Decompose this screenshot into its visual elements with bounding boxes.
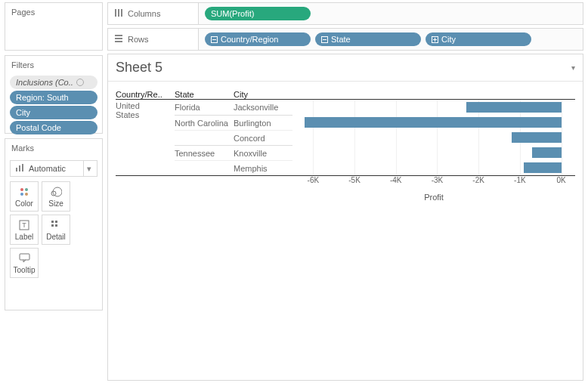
- pages-shelf[interactable]: Pages: [5, 2, 103, 51]
- bar[interactable]: [305, 117, 561, 128]
- svg-point-7: [53, 187, 62, 196]
- detail-icon: [51, 219, 61, 231]
- header-country[interactable]: Country/Re..: [116, 90, 175, 99]
- filter-pill-region[interactable]: Region: South: [10, 91, 97, 104]
- svg-rect-13: [51, 224, 54, 227]
- svg-text:T: T: [22, 221, 26, 229]
- bar-chart-icon: [15, 163, 24, 174]
- cell-label: Label: [15, 233, 33, 241]
- marks-tooltip-button[interactable]: Tooltip: [10, 248, 39, 278]
- marks-card: Marks Automatic ▾ Color: [5, 138, 103, 310]
- svg-rect-1: [19, 165, 20, 171]
- cell-label: Detail: [46, 233, 66, 241]
- bar[interactable]: [512, 132, 562, 143]
- filter-pill-city[interactable]: City: [10, 106, 97, 119]
- link-icon: [76, 79, 84, 86]
- country-cell[interactable]: UnitedStates: [116, 100, 175, 175]
- sheet-title[interactable]: Sheet 5: [116, 60, 162, 76]
- axis-tick: -2K: [472, 176, 484, 184]
- bar-row: [292, 115, 575, 130]
- columns-icon: [114, 8, 123, 19]
- marks-color-button[interactable]: Color: [10, 181, 39, 212]
- svg-rect-20: [115, 38, 122, 39]
- state-cell[interactable]: Tennessee: [175, 145, 234, 160]
- chevron-down-icon: ▾: [83, 161, 94, 176]
- sheet-menu-caret[interactable]: ▾: [571, 63, 575, 72]
- marks-type-label: Automatic: [29, 164, 79, 173]
- svg-point-4: [25, 188, 28, 191]
- axis-tick: -3K: [432, 176, 444, 184]
- filter-pill-postal[interactable]: Postal Code: [10, 121, 97, 134]
- axis-tick: 0K: [556, 176, 565, 184]
- bar[interactable]: [466, 102, 562, 113]
- city-cell[interactable]: Jacksonville: [234, 100, 292, 115]
- pill-label: State: [331, 35, 351, 44]
- size-icon: [50, 186, 62, 198]
- tooltip-icon: [19, 252, 30, 264]
- bar[interactable]: [532, 147, 561, 158]
- city-cell[interactable]: Knoxville: [234, 145, 292, 160]
- bar[interactable]: [524, 162, 561, 173]
- svg-rect-16: [115, 9, 116, 17]
- axis-label[interactable]: Profit: [292, 193, 575, 202]
- axis-tick: -6K: [308, 176, 320, 184]
- svg-rect-11: [51, 221, 54, 223]
- bar-row: [292, 145, 575, 160]
- svg-rect-0: [16, 168, 17, 171]
- filter-pill-inclusions[interactable]: Inclusions (Co..: [10, 76, 97, 89]
- rows-pill-country[interactable]: Country/Region: [205, 32, 311, 46]
- marks-title: Marks: [5, 139, 102, 157]
- svg-point-5: [20, 193, 23, 196]
- pill-label: Country/Region: [221, 35, 278, 44]
- pill-label: City: [16, 108, 30, 117]
- svg-rect-15: [20, 254, 29, 260]
- marks-label-button[interactable]: T Label: [10, 215, 39, 245]
- bar-row: [292, 160, 575, 175]
- axis-tick: -4K: [390, 176, 402, 184]
- filters-title: Filters: [5, 56, 102, 74]
- pill-label: SUM(Profit): [211, 9, 254, 18]
- rows-shelf[interactable]: Rows Country/Region State City: [107, 28, 583, 51]
- collapse-icon: [211, 36, 218, 43]
- cell-label: Size: [48, 199, 63, 208]
- marks-detail-button[interactable]: Detail: [42, 215, 70, 245]
- svg-rect-14: [55, 224, 57, 227]
- rows-pill-state[interactable]: State: [315, 32, 421, 46]
- color-icon: [19, 186, 29, 198]
- svg-point-6: [25, 193, 28, 196]
- label-icon: T: [19, 219, 29, 231]
- filters-shelf[interactable]: Filters Inclusions (Co.. Region: South C…: [5, 55, 103, 134]
- cell-label: Tooltip: [14, 266, 36, 274]
- collapse-icon: [321, 36, 328, 43]
- state-cell[interactable]: North Carolina: [175, 115, 234, 130]
- header-city[interactable]: City: [234, 90, 292, 99]
- axis-tick: -5K: [348, 176, 361, 184]
- svg-rect-17: [118, 9, 119, 17]
- svg-rect-19: [115, 35, 122, 36]
- rows-icon: [114, 34, 123, 45]
- header-state[interactable]: State: [175, 90, 234, 99]
- pill-label: City: [441, 35, 456, 44]
- svg-rect-18: [121, 9, 122, 17]
- rows-pill-city[interactable]: City: [426, 32, 531, 46]
- axis-tick: -1K: [514, 176, 526, 184]
- bar-row: [292, 100, 575, 115]
- city-cell[interactable]: Concord: [234, 130, 292, 145]
- marks-size-button[interactable]: Size: [42, 181, 70, 212]
- cell-label: Color: [15, 199, 33, 208]
- columns-label: Columns: [128, 9, 160, 18]
- state-cell[interactable]: Florida: [175, 100, 234, 115]
- pill-label: Inclusions (Co..: [16, 78, 73, 87]
- rows-label: Rows: [128, 35, 149, 44]
- pages-title: Pages: [5, 3, 102, 21]
- expand-icon: [432, 36, 438, 43]
- svg-rect-12: [55, 221, 57, 223]
- svg-rect-21: [115, 41, 122, 42]
- marks-type-dropdown[interactable]: Automatic ▾: [10, 160, 97, 177]
- viz-panel: Sheet 5 ▾ Country/Re.. State City United…: [107, 54, 583, 381]
- columns-pill-profit[interactable]: SUM(Profit): [205, 7, 311, 20]
- city-cell[interactable]: Memphis: [234, 160, 292, 175]
- columns-shelf[interactable]: Columns SUM(Profit): [107, 2, 583, 25]
- pill-label: Postal Code: [16, 123, 61, 132]
- city-cell[interactable]: Burlington: [234, 115, 292, 130]
